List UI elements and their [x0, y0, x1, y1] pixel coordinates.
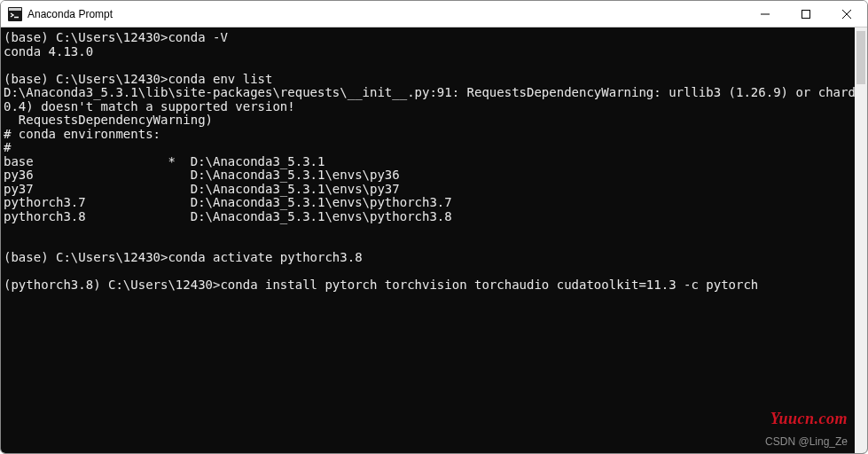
titlebar[interactable]: Anaconda Prompt [1, 1, 867, 27]
maximize-icon [802, 10, 810, 19]
svg-rect-4 [802, 10, 810, 18]
terminal-area[interactable]: (base) C:\Users\12430>conda -V conda 4.1… [1, 27, 867, 453]
watermark-yuucn: Yuucn.com [770, 410, 848, 428]
minimize-icon [761, 10, 770, 19]
maximize-button[interactable] [786, 1, 826, 27]
window-controls [745, 1, 867, 27]
terminal-output: (base) C:\Users\12430>conda -V conda 4.1… [1, 27, 867, 296]
watermark-csdn: CSDN @Ling_Ze [765, 435, 848, 448]
close-icon [842, 10, 851, 19]
close-button[interactable] [826, 1, 867, 27]
svg-rect-1 [9, 8, 21, 11]
terminal-icon [8, 7, 22, 21]
scrollbar[interactable] [855, 27, 867, 453]
scrollbar-thumb[interactable] [856, 31, 865, 84]
window-title: Anaconda Prompt [27, 8, 113, 20]
minimize-button[interactable] [745, 1, 786, 27]
